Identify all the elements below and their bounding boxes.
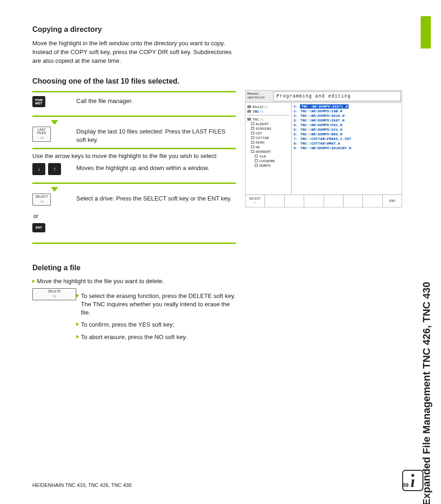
- file-line: 1: TNC:\NK\DUMPS\1GB.H: [294, 109, 400, 113]
- heading-copying-directory: Copying a directory: [32, 25, 236, 34]
- tree-item: ALBERT: [247, 121, 289, 126]
- folder-icon: [251, 132, 254, 134]
- ent-key: ENT: [32, 223, 45, 232]
- flow-arrow-icon: [51, 120, 58, 125]
- divider: [32, 243, 236, 244]
- step-arrows-text: Moves the highlight up and down within a…: [76, 163, 236, 172]
- step-select-text: Select a drive: Press the SELECT soft ke…: [76, 194, 236, 203]
- hand-icon: ☜: [52, 294, 56, 299]
- arrow-intro: Use the arrow keys to move the highlight…: [32, 152, 236, 159]
- delete-list-item: To abort erasure, press the NO soft key.: [76, 333, 236, 341]
- folder-icon: [255, 159, 258, 162]
- tree-item: HERBERT: [247, 149, 289, 154]
- folder-icon: [255, 155, 258, 158]
- divider: [32, 115, 236, 117]
- folder-icon: [251, 146, 254, 148]
- or-label: or: [33, 213, 236, 219]
- footer-text: HEIDENHAIN TNC 410, TNC 426, TNC 430: [32, 482, 132, 488]
- last-files-softkey: LAST FILES ☜: [32, 127, 51, 142]
- step-pgmmgt-text: Call the file manager.: [76, 96, 236, 105]
- divider: [32, 182, 236, 184]
- arrow-down-key: ↓: [32, 163, 45, 175]
- file-line: 6: TNC:\NK\DUMPS\NEU.H: [294, 132, 400, 136]
- divider: [32, 91, 236, 92]
- file-line: 4: TNC:\NK\DUMPS\FK1.H: [294, 122, 400, 127]
- fig-mode: Manual operation: [245, 91, 273, 102]
- bullet-icon: [76, 294, 79, 298]
- pgm-mgt-key: PGM MGT: [32, 96, 45, 107]
- divider: [32, 148, 236, 149]
- tree-item: DEMO: [247, 140, 289, 145]
- delete-list-item: To confirm, press the YES soft key;: [76, 321, 236, 329]
- bullet-icon: [32, 279, 35, 283]
- delete-softkey: DELETE ☜: [32, 288, 76, 300]
- heading-last10: Choosing one of the last 10 files select…: [32, 77, 236, 85]
- file-line: 3: TNC:\NK\DUMPS\3587.H: [294, 118, 400, 122]
- drive-icon: [247, 110, 251, 113]
- fig-title: Programming and editing: [273, 91, 401, 101]
- copying-directory-body: Move the highlight in the left window on…: [32, 39, 236, 66]
- fig-sk-select: SELECT☜: [245, 195, 265, 207]
- delete-list-item: To select the erasing function, press th…: [76, 292, 236, 317]
- info-icon: ı: [402, 470, 423, 491]
- delete-intro: Move the highlight to the file you want …: [37, 278, 164, 285]
- step-lastfiles-text: Display the last 10 files selected: Pres…: [76, 127, 236, 144]
- fig-tree-panel: RS422:\ TNC:\ TNC:\ ALBERTSCREENSCDTCUTT…: [245, 103, 292, 194]
- folder-icon: [251, 136, 254, 139]
- file-line: 9: TNC:\NK\DUMPS\3DJOINT.H: [294, 146, 400, 150]
- file-line: 2: TNC:\NK\DUMPS\3616.H: [294, 113, 400, 118]
- file-line: 7: TNC:\CUTTAB\FRAES_2.CDT: [294, 136, 400, 141]
- fig-file-list: 0: TNC:\NK\DUMPS\35871.H1: TNC:\NK\DUMPS…: [292, 103, 402, 194]
- accent-bar: [421, 16, 431, 49]
- folder-icon: [251, 150, 254, 153]
- tree-item: CDT: [247, 131, 289, 135]
- page-footer: HEIDENHAIN TNC 410, TNC 426, TNC 430 59: [32, 482, 409, 488]
- bullet-icon: [76, 335, 79, 339]
- tree-item: CUTTAB: [247, 135, 289, 140]
- bullet-icon: [76, 322, 79, 326]
- select-softkey: SELECT ☜: [32, 194, 51, 206]
- tree-item: DUMPS: [247, 163, 289, 168]
- file-line: 8: TNC:\CUTTAB\WMAT.A: [294, 141, 400, 146]
- file-line: 0: TNC:\NK\DUMPS\35871.H: [294, 104, 400, 109]
- heading-deleting-file: Deleting a file: [32, 264, 236, 272]
- drive-icon: [247, 118, 251, 121]
- arrow-up-key: ↑: [48, 163, 61, 175]
- file-line: 5: TNC:\NK\DUMPS\221.H: [294, 127, 400, 132]
- fig-softkey-bar: SELECT☜ END: [245, 194, 402, 207]
- fig-sk-end: END: [383, 195, 402, 207]
- flow-arrow-icon: [51, 187, 58, 192]
- folder-icon: [255, 164, 258, 167]
- hand-icon: ☜: [40, 135, 44, 140]
- folder-icon: [251, 141, 254, 144]
- folder-icon: [251, 127, 254, 130]
- tree-item: CVCWORK: [247, 158, 289, 163]
- hand-icon: ☜: [40, 199, 44, 204]
- folder-icon: [251, 122, 254, 125]
- tree-item: 410: [247, 154, 289, 158]
- tree-item: SCREENS: [247, 126, 289, 131]
- drive-icon: [247, 105, 251, 108]
- screenshot-figure: Manual operation Programming and editing…: [245, 90, 402, 207]
- section-side-title: [421, 16, 431, 49]
- tree-item: HE: [247, 145, 289, 149]
